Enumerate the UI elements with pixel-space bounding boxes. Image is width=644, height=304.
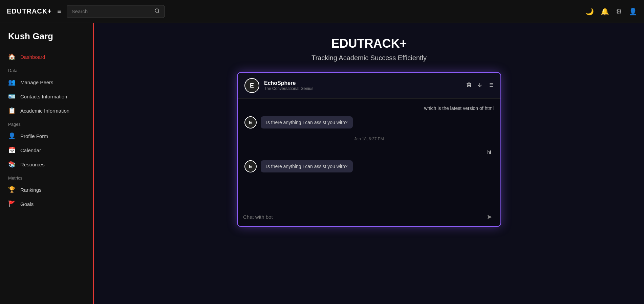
moon-icon[interactable]: 🌙 (585, 7, 594, 16)
chat-header: E EchoSphere The Conversational Genius (238, 73, 500, 99)
download-icon[interactable] (477, 82, 483, 90)
bot-tagline: The Conversational Genius (264, 86, 313, 91)
sidebar-label-dashboard: Dashboard (20, 54, 45, 60)
search-bar-container (67, 5, 165, 18)
main-layout: Kush Garg 🏠 Dashboard Data 👥 Manage Peer… (0, 23, 644, 304)
send-icon: ➤ (487, 213, 492, 220)
bot-message-2: E Is there anything I can assist you wit… (244, 160, 494, 172)
profile-icon: 👤 (8, 132, 16, 140)
sidebar-item-manage-peers[interactable]: 👥 Manage Peers (0, 75, 93, 89)
header-left: EDUTRACK+ ≡ (7, 5, 165, 18)
sidebar-label-academic: Academic Information (20, 108, 69, 114)
sidebar-item-resources[interactable]: 📚 Resources (0, 157, 93, 171)
sidebar-label-contacts: Contacts Information (20, 94, 67, 99)
user-icon[interactable]: 👤 (629, 7, 637, 16)
settings-icon[interactable]: ⚙ (616, 7, 622, 16)
goals-icon: 🚩 (8, 200, 16, 208)
sidebar-section-metrics: Metrics (0, 171, 93, 183)
sidebar-label-manage-peers: Manage Peers (20, 79, 53, 85)
sidebar-username: Kush Garg (8, 31, 85, 42)
hamburger-icon[interactable]: ≡ (57, 7, 61, 15)
sidebar-user: Kush Garg (0, 31, 93, 50)
timestamp: Jan 18, 6:37 PM (244, 134, 494, 144)
chat-header-left: E EchoSphere The Conversational Genius (244, 78, 313, 93)
content-area: EDUTRACK+ Tracking Academic Success Effi… (94, 23, 644, 304)
sidebar-item-contacts-information[interactable]: 🪪 Contacts Information (0, 89, 93, 103)
chat-messages: which is the latest version of html E Is… (238, 99, 500, 207)
sidebar-label-calendar: Calendar (20, 147, 41, 153)
list-icon[interactable] (488, 82, 494, 90)
contacts-icon: 🪪 (8, 93, 16, 100)
chat-send-button[interactable]: ➤ (484, 211, 495, 222)
chat-input-area: ➤ (238, 207, 500, 226)
sidebar-item-goals[interactable]: 🚩 Goals (0, 197, 93, 211)
svg-point-0 (155, 9, 159, 13)
user-message-partial: which is the latest version of html (244, 106, 494, 111)
manage-peers-icon: 👥 (8, 78, 16, 86)
sidebar-item-calendar[interactable]: 📅 Calendar (0, 143, 93, 157)
bot-info: EchoSphere The Conversational Genius (264, 80, 313, 91)
sidebar-label-resources: Resources (20, 162, 45, 167)
sidebar: Kush Garg 🏠 Dashboard Data 👥 Manage Peer… (0, 23, 94, 304)
bell-icon[interactable]: 🔔 (601, 7, 609, 16)
sidebar-item-profile-form[interactable]: 👤 Profile Form (0, 129, 93, 143)
bot-avatar: E (244, 78, 259, 93)
sidebar-item-dashboard[interactable]: 🏠 Dashboard (0, 50, 93, 64)
sidebar-label-goals: Goals (20, 201, 34, 207)
delete-icon[interactable] (466, 82, 472, 90)
user-message-hi: hi (244, 149, 494, 155)
sidebar-label-rankings: Rankings (20, 187, 42, 193)
bot-bubble-2: Is there anything I can assist you with? (261, 160, 353, 172)
bot-avatar-2: E (244, 160, 257, 172)
rankings-icon: 🏆 (8, 186, 16, 193)
bot-name: EchoSphere (264, 80, 313, 86)
search-input[interactable] (72, 8, 151, 14)
header-right: 🌙 🔔 ⚙ 👤 (585, 7, 637, 16)
app-logo: EDUTRACK+ (7, 7, 52, 15)
bot-bubble-1: Is there anything I can assist you with? (261, 116, 353, 128)
chat-header-actions (466, 82, 494, 90)
home-icon: 🏠 (8, 53, 16, 61)
svg-line-1 (158, 12, 159, 13)
bot-avatar-1: E (244, 116, 257, 128)
academic-icon: 📋 (8, 107, 16, 114)
resources-icon: 📚 (8, 161, 16, 168)
page-subtitle: Tracking Academic Success Efficiently (312, 54, 427, 62)
chat-input[interactable] (243, 214, 484, 220)
chat-widget: E EchoSphere The Conversational Genius (237, 72, 501, 227)
top-header: EDUTRACK+ ≡ 🌙 🔔 ⚙ 👤 (0, 0, 644, 23)
sidebar-item-rankings[interactable]: 🏆 Rankings (0, 183, 93, 197)
sidebar-label-profile: Profile Form (20, 133, 48, 139)
sidebar-section-pages: Pages (0, 118, 93, 129)
sidebar-section-data: Data (0, 64, 93, 75)
bot-message-1: E Is there anything I can assist you wit… (244, 116, 494, 128)
page-title: EDUTRACK+ (331, 37, 407, 51)
search-icon (154, 8, 160, 15)
sidebar-item-academic-information[interactable]: 📋 Academic Information (0, 103, 93, 118)
calendar-icon: 📅 (8, 146, 16, 154)
